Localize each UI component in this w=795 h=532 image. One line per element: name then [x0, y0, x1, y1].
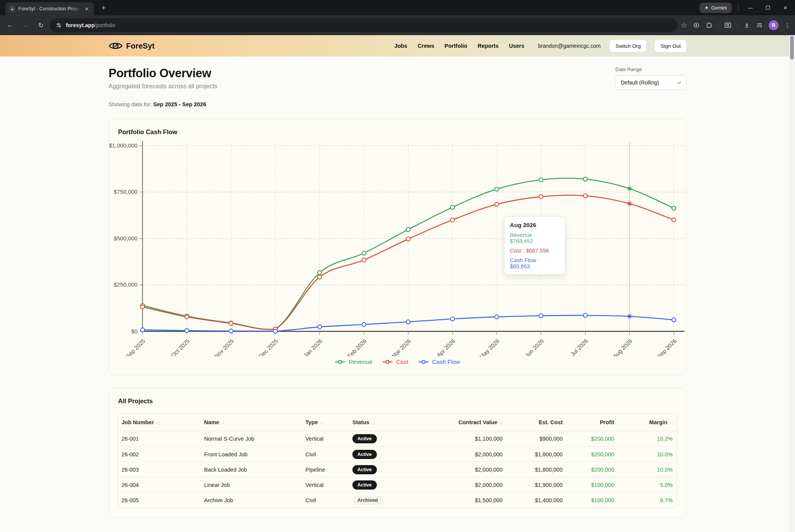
- page-title: Portfolio Overview: [109, 66, 217, 80]
- new-tab-button[interactable]: +: [99, 3, 109, 13]
- scrollbar-thumb[interactable]: [790, 36, 794, 60]
- cashflow-chart[interactable]: Sep 2025Oct 2025Nov 2025Dec 2025Jan 2026…: [109, 140, 686, 356]
- user-email: brandon@gameincgc.com: [538, 43, 601, 49]
- maximize-button[interactable]: [762, 5, 774, 11]
- forward-button[interactable]: →: [23, 21, 29, 29]
- table-title: All Projects: [118, 397, 686, 405]
- cell-margin: 10.0%: [614, 451, 677, 457]
- date-range-select[interactable]: Default (Rolling): [615, 75, 686, 90]
- svg-text:$750,000: $750,000: [114, 188, 137, 195]
- brand-logo[interactable]: ForeSyt: [109, 41, 154, 51]
- col-job-number[interactable]: Job Number: [122, 419, 154, 425]
- sign-out-button[interactable]: Sign Out: [655, 40, 686, 52]
- legend-item-revenue[interactable]: Revenue: [335, 358, 372, 365]
- legend-marker-icon: [418, 360, 429, 364]
- tab-close-icon[interactable]: ✕: [83, 5, 90, 12]
- svg-text:Jan 2026: Jan 2026: [302, 337, 324, 356]
- cell-job-number: 26-001: [118, 436, 204, 442]
- status-badge: Active: [352, 450, 377, 459]
- sidebar-search-icon[interactable]: [724, 22, 732, 29]
- profile-avatar[interactable]: B: [769, 20, 779, 30]
- svg-text:Sep 2026: Sep 2026: [656, 337, 678, 356]
- svg-text:Sep 2025: Sep 2025: [125, 337, 146, 356]
- browser-menu-icon[interactable]: ⋮: [784, 22, 790, 29]
- sort-icon[interactable]: ↑↓: [221, 420, 225, 425]
- cell-profit: $100,000: [563, 497, 614, 503]
- divider: [738, 4, 738, 11]
- nav-crews[interactable]: Crews: [418, 43, 435, 49]
- cell-contract-value: $2,000,000: [429, 482, 503, 488]
- tab-title: ForeSyt - Construction Project F: [18, 6, 80, 11]
- reload-button[interactable]: ↻: [38, 21, 44, 29]
- sort-icon[interactable]: ↑↓: [669, 420, 673, 425]
- download-icon[interactable]: [743, 22, 750, 29]
- projects-table: Job Number↑↓ Name↑↓ Type↑↓ Status↑↓ Cont…: [118, 413, 677, 508]
- cell-margin: 6.7%: [614, 497, 677, 503]
- table-row[interactable]: 26-005 Archive Job Civil Archived $1,500…: [118, 492, 677, 508]
- page-scrollbar[interactable]: [789, 35, 795, 532]
- address-bar[interactable]: foresyt.app/portfolio: [50, 18, 677, 32]
- chevron-down-icon: [677, 81, 681, 84]
- cell-name: Linear Job: [204, 482, 305, 488]
- window-close-button[interactable]: ✕: [780, 5, 791, 11]
- tooltip-month: Aug 2026: [510, 222, 560, 229]
- svg-text:Oct 2025: Oct 2025: [170, 337, 191, 356]
- cell-margin: 10.0%: [614, 467, 677, 473]
- col-margin[interactable]: Margin: [649, 419, 667, 425]
- col-name[interactable]: Name: [204, 419, 219, 425]
- chart-title: Portfolio Cash Flow: [118, 128, 686, 136]
- minimize-button[interactable]: —: [745, 5, 756, 11]
- tooltip-cost: Cost : $687,598: [510, 248, 560, 254]
- sort-icon[interactable]: ↑↓: [371, 420, 375, 425]
- extensions-icon[interactable]: [706, 22, 712, 29]
- table-row[interactable]: 26-004 Linear Job Vertical Active $2,000…: [118, 477, 677, 492]
- divider: [718, 22, 719, 29]
- legend-item-cash-flow[interactable]: Cash Flow: [418, 358, 460, 365]
- cell-profit: $200,000: [563, 436, 614, 442]
- cell-name: Back Loaded Job: [204, 467, 305, 473]
- nav-users[interactable]: Users: [509, 43, 524, 49]
- table-row[interactable]: 26-003 Back Loaded Job Pipeline Active $…: [118, 462, 677, 477]
- nav-portfolio[interactable]: Portfolio: [445, 43, 467, 49]
- cell-profit: $100,000: [563, 482, 614, 488]
- gemini-star-icon: ✦: [704, 5, 709, 11]
- tab-favicon-icon: ▲: [9, 6, 15, 12]
- cell-job-number: 26-002: [118, 451, 204, 457]
- cell-name: Normal S-Curve Job: [204, 436, 305, 442]
- chart-area: Sep 2025Oct 2025Nov 2025Dec 2025Jan 2026…: [109, 140, 686, 356]
- nav-jobs[interactable]: Jobs: [394, 43, 407, 49]
- browser-tab[interactable]: ▲ ForeSyt - Construction Project F ✕: [5, 2, 94, 15]
- tab-strip: ▲ ForeSyt - Construction Project F ✕ + ✦…: [0, 0, 795, 15]
- legend-item-cost[interactable]: Cost: [382, 358, 408, 365]
- cell-type: Pipeline: [305, 467, 352, 473]
- table-row[interactable]: 26-001 Normal S-Curve Job Vertical Activ…: [118, 431, 677, 446]
- lens-icon[interactable]: [693, 22, 700, 29]
- svg-text:Nov 2025: Nov 2025: [213, 337, 235, 356]
- svg-text:Aug 2026: Aug 2026: [612, 337, 633, 356]
- chart-tooltip: Aug 2026 Revenue : $768,452 Cost : $687,…: [504, 216, 565, 275]
- back-button[interactable]: ←: [7, 21, 13, 29]
- col-status[interactable]: Status: [352, 419, 369, 425]
- gemini-button[interactable]: ✦ Gemini: [699, 3, 732, 13]
- bookmark-star-icon[interactable]: ☆: [681, 21, 687, 29]
- table-row[interactable]: 26-002 Front Loaded Job Civil Active $2,…: [118, 446, 677, 462]
- site-settings-icon[interactable]: [56, 22, 62, 28]
- col-contract-value[interactable]: Contract Value: [458, 419, 497, 425]
- cell-est-cost: $900,000: [503, 436, 563, 442]
- cell-type: Civil: [305, 497, 352, 503]
- cell-profit: $200,000: [563, 451, 614, 457]
- cell-contract-value: $1,500,000: [429, 497, 503, 503]
- url-text[interactable]: foresyt.app/portfolio: [66, 22, 115, 29]
- cell-profit: $200,000: [563, 467, 614, 473]
- svg-text:$0: $0: [131, 328, 138, 334]
- reading-list-icon[interactable]: [756, 22, 763, 29]
- nav-reports[interactable]: Reports: [478, 43, 499, 49]
- sort-icon[interactable]: ↑↓: [499, 420, 503, 425]
- svg-text:Jun 2026: Jun 2026: [524, 337, 545, 356]
- sort-icon[interactable]: ↑↓: [156, 420, 159, 425]
- col-type[interactable]: Type: [305, 419, 318, 425]
- sort-icon[interactable]: ↑↓: [320, 420, 323, 425]
- cell-job-number: 26-004: [118, 482, 204, 488]
- switch-org-button[interactable]: Switch Org: [610, 40, 646, 52]
- legend-marker-icon: [335, 360, 346, 364]
